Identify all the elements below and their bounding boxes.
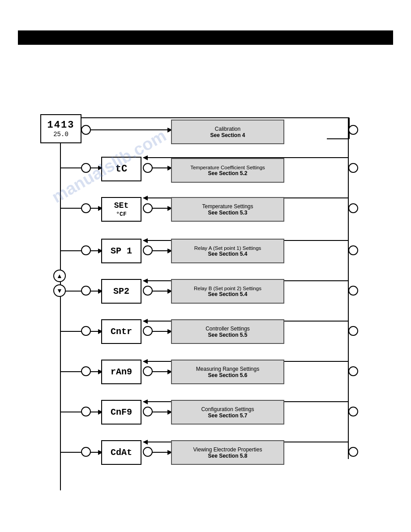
lcd-rang: rAn9 (101, 360, 141, 384)
svg-marker-62 (143, 440, 148, 445)
svg-marker-41 (143, 319, 148, 324)
circle-cntr-left[interactable] (81, 326, 91, 336)
info-box-temp-coeff: Temperature Coefficient Settings See Sec… (171, 158, 284, 183)
circle-sp2-info-right[interactable] (348, 286, 358, 296)
circle-cdat-left[interactable] (81, 447, 91, 457)
circle-sp1-info-right[interactable] (348, 245, 358, 255)
svg-marker-20 (143, 196, 148, 201)
circle-rang-left[interactable] (81, 366, 91, 376)
sp2-info-line2: See Section 5.4 (208, 291, 247, 297)
lcd-tc: tC (101, 157, 141, 181)
circle-cnfg-right[interactable] (143, 407, 153, 416)
info-box-temp-settings: Temperature Settings See Section 5.3 (171, 197, 284, 222)
lcd-sp2: SP2 (101, 279, 141, 304)
circle-cnfg-info-right[interactable] (348, 407, 358, 416)
set-info-line2: See Section 5.3 (208, 210, 247, 216)
circle-cntr-info-right[interactable] (348, 326, 358, 336)
cdat-info-line2: See Section 5.8 (208, 453, 247, 459)
info-box-config: Configuration Settings See Section 5.7 (171, 400, 284, 425)
circle-rang-info-right[interactable] (348, 366, 358, 376)
sp1-info-line1: Relay A (Set point 1) Settings (194, 245, 261, 251)
info-box-relay-a: Relay A (Set point 1) Settings See Secti… (171, 239, 284, 263)
display-box: 1413 25.0 (40, 114, 81, 143)
sp2-info-line1: Relay B (Set point 2) Settings (194, 286, 261, 291)
info-box-measuring-range: Measuring Range Settings See Section 5.6 (171, 360, 284, 384)
circle-tc-right[interactable] (143, 163, 153, 173)
cnfg-info-line1: Configuration Settings (201, 406, 254, 412)
tc-info-line2: See Section 5.2 (208, 170, 247, 176)
circle-set-info-right[interactable] (348, 203, 358, 213)
circle-set-left[interactable] (81, 203, 91, 213)
lcd-sp1: SP 1 (101, 239, 141, 263)
down-arrow-button[interactable]: ▼ (53, 284, 66, 297)
info-box-calibration: Calibration See Section 4 (171, 120, 284, 144)
header-bar (18, 30, 393, 45)
cal-line1: Calibration (215, 126, 240, 132)
circle-cal-right[interactable] (348, 125, 358, 135)
cntr-info-line1: Controller Settings (206, 326, 250, 332)
display-main-value: 1413 (47, 120, 75, 131)
lcd-cdat: CdAt (101, 440, 141, 465)
cdat-info-line1: Viewing Electrode Properties (193, 446, 262, 453)
sp1-info-line2: See Section 5.4 (208, 251, 247, 257)
info-box-controller: Controller Settings See Section 5.5 (171, 319, 284, 344)
circle-sp1-left[interactable] (81, 245, 91, 255)
circle-tc-info-right[interactable] (348, 163, 358, 173)
lcd-set: SEt °CF (101, 197, 141, 222)
circle-cntr-right[interactable] (143, 326, 153, 336)
circle-tc-left[interactable] (81, 163, 91, 173)
lcd-cnfg: CnF9 (101, 400, 141, 425)
circle-cdat-info-right[interactable] (348, 447, 358, 457)
display-sub-value: 25.0 (53, 131, 68, 138)
circle-display-cal[interactable] (81, 125, 91, 135)
svg-marker-13 (143, 155, 148, 160)
svg-marker-34 (143, 279, 148, 283)
circle-sp2-right[interactable] (143, 286, 153, 296)
rang-info-line2: See Section 5.6 (208, 372, 247, 378)
cal-line2: See Section 4 (210, 132, 245, 138)
circle-cnfg-left[interactable] (81, 407, 91, 416)
tc-info-line1: Temperature Coefficient Settings (190, 165, 265, 170)
svg-marker-27 (143, 238, 148, 243)
svg-marker-55 (143, 399, 148, 404)
info-box-relay-b: Relay B (Set point 2) Settings See Secti… (171, 279, 284, 304)
circle-rang-right[interactable] (143, 366, 153, 376)
cnfg-info-line2: See Section 5.7 (208, 412, 247, 419)
svg-marker-48 (143, 359, 148, 364)
set-info-line1: Temperature Settings (202, 203, 253, 210)
info-box-electrode: Viewing Electrode Properties See Section… (171, 440, 284, 465)
circle-sp2-left[interactable] (81, 286, 91, 296)
lcd-cntr: Cntr (101, 319, 141, 344)
circle-sp1-right[interactable] (143, 245, 153, 255)
rang-info-line1: Measuring Range Settings (196, 366, 259, 372)
up-arrow-button[interactable]: ▲ (53, 270, 66, 282)
circle-cdat-right[interactable] (143, 447, 153, 457)
cntr-info-line2: See Section 5.5 (208, 332, 247, 338)
circle-set-right[interactable] (143, 203, 153, 213)
